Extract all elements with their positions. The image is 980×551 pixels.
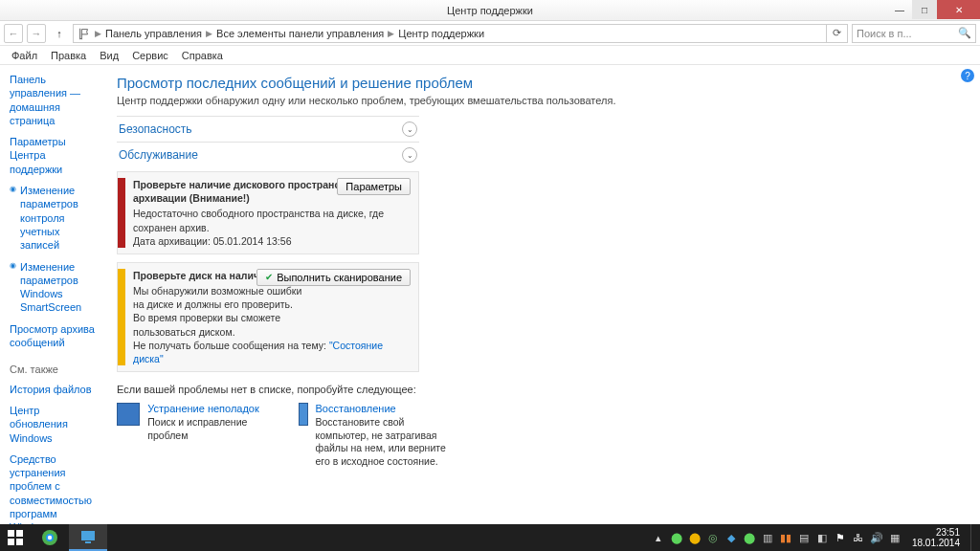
work-area: ? Панель управления — домашняя страница … — [0, 65, 980, 524]
window-title: Центр поддержки — [447, 5, 533, 16]
chevron-down-icon[interactable]: ⌄ — [402, 147, 417, 163]
system-tray: ▴ ⬤ ⬤ ◎ ◆ ⬤ ▥ ▮▮ ▤ ◧ ⚑ 🖧 🔊 ▦ 23:51 18.01… — [652, 524, 980, 551]
sidebar-archive-link[interactable]: Просмотр архива сообщений — [10, 322, 100, 350]
see-also-header: См. также — [10, 363, 100, 376]
menu-bar: Файл Правка Вид Сервис Справка — [0, 46, 980, 65]
troubleshoot-icon — [117, 403, 140, 426]
mute-message-row: Не получать больше сообщения на тему: "С… — [133, 339, 411, 365]
nav-forward-button[interactable]: → — [27, 24, 46, 43]
shield-icon: ✔ — [265, 272, 273, 282]
sidebar-windowsupdate-link[interactable]: Центр обновления Windows — [10, 404, 100, 445]
tray-up-icon[interactable]: ▴ — [652, 531, 665, 544]
nav-up-button[interactable]: ↑ — [50, 24, 69, 43]
try-following-text: Если вашей проблемы нет в списке, попроб… — [117, 384, 967, 395]
start-button[interactable] — [0, 524, 31, 551]
maximize-button[interactable]: □ — [912, 0, 937, 19]
taskbar-app-chrome[interactable] — [31, 524, 69, 551]
troubleshoot-desc: Поиск и исправление проблем — [147, 416, 270, 442]
tray-icon[interactable]: ▥ — [761, 531, 774, 544]
troubleshoot-tool: Устранение неполадок Поиск и исправление… — [117, 403, 270, 469]
window-controls: — □ ✕ — [887, 0, 980, 19]
svg-point-6 — [48, 536, 52, 540]
sidebar-params-link[interactable]: Параметры Центра поддержки — [10, 135, 100, 176]
page-title: Просмотр последних сообщений и решение п… — [117, 75, 967, 91]
page-subtitle: Центр поддержки обнаружил одну или неско… — [117, 95, 967, 106]
svg-rect-0 — [8, 530, 14, 537]
menu-view[interactable]: Вид — [94, 48, 124, 63]
menu-service[interactable]: Сервис — [126, 48, 174, 63]
menu-file[interactable]: Файл — [6, 48, 43, 63]
recovery-link[interactable]: Восстановление — [316, 403, 452, 414]
tray-icon[interactable]: ⬤ — [670, 531, 683, 544]
sidebar-compat-link[interactable]: Средство устранения проблем с совместимо… — [10, 452, 100, 535]
breadcrumb-item[interactable]: Все элементы панели управления — [216, 28, 384, 39]
taskbar: ▴ ⬤ ⬤ ◎ ◆ ⬤ ▥ ▮▮ ▤ ◧ ⚑ 🖧 🔊 ▦ 23:51 18.01… — [0, 524, 980, 551]
svg-rect-8 — [85, 541, 91, 543]
window-titlebar: Центр поддержки — □ ✕ — [0, 0, 980, 21]
message-line: Недостаточно свободного пространства на … — [133, 207, 411, 233]
sidebar-smartscreen-link[interactable]: Изменение параметров Windows SmartScreen — [10, 260, 100, 315]
address-bar-row: ← → ↑ ▶ Панель управления ▶ Все элементы… — [0, 21, 980, 46]
nav-back-button[interactable]: ← — [4, 24, 23, 43]
recovery-tool: Восстановление Восстановите свой компьют… — [299, 403, 452, 469]
svg-rect-2 — [8, 539, 14, 545]
show-desktop-button[interactable] — [970, 524, 978, 551]
svg-rect-7 — [81, 531, 95, 540]
refresh-button[interactable]: ⟳ — [827, 24, 848, 43]
tray-icon[interactable]: ▮▮ — [779, 531, 792, 544]
security-label: Безопасность — [119, 122, 192, 136]
svg-rect-1 — [16, 530, 23, 537]
tray-icon[interactable]: ⬤ — [688, 531, 702, 544]
tray-flag-icon[interactable]: ⚑ — [834, 531, 847, 544]
message-body: Мы обнаружили возможные ошибки на диске … — [133, 284, 411, 339]
tray-icon[interactable]: ▤ — [797, 531, 811, 544]
content-pane: Просмотр последних сообщений и решение п… — [105, 65, 980, 524]
troubleshoot-link[interactable]: Устранение неполадок — [147, 403, 270, 414]
taskbar-clock[interactable]: 23:51 18.01.2014 — [906, 527, 966, 548]
search-input[interactable]: Поиск в п... 🔍 — [852, 24, 976, 43]
recovery-icon — [299, 403, 308, 426]
see-also-section: См. также История файлов Центр обновлени… — [10, 357, 100, 541]
severity-bar-warning — [118, 269, 125, 365]
tray-volume-icon[interactable]: 🔊 — [870, 531, 883, 544]
tray-icon[interactable]: ◧ — [815, 531, 829, 544]
tray-network-icon[interactable]: 🖧 — [852, 531, 865, 544]
tools-row: Устранение неполадок Поиск и исправление… — [117, 403, 967, 469]
tray-icon[interactable]: ◆ — [724, 531, 738, 544]
search-placeholder: Поиск в п... — [857, 28, 912, 39]
parameters-button[interactable]: Параметры — [337, 178, 411, 195]
action-center-flag-icon — [78, 27, 91, 40]
message-card-backup-space: Проверьте наличие дискового пространства… — [117, 171, 419, 254]
security-section-header[interactable]: Безопасность ⌄ — [117, 116, 419, 142]
sidebar-uac-link[interactable]: Изменение параметров контроля учетных за… — [10, 184, 100, 252]
tray-icon[interactable]: ◎ — [706, 531, 720, 544]
chevron-right-icon: ▶ — [388, 29, 394, 38]
recovery-desc: Восстановите свой компьютер, не затрагив… — [316, 416, 452, 469]
tray-icon[interactable]: ▦ — [888, 531, 902, 544]
sidebar: Панель управления — домашняя страница Па… — [0, 65, 105, 524]
minimize-button[interactable]: — — [887, 0, 912, 19]
breadcrumb-bar[interactable]: ▶ Панель управления ▶ Все элементы панел… — [73, 24, 827, 43]
maintenance-section-header[interactable]: Обслуживание ⌄ — [117, 142, 419, 167]
chevron-right-icon: ▶ — [95, 29, 101, 38]
menu-edit[interactable]: Правка — [45, 48, 92, 63]
message-card-disk-check: Проверьте диск на наличие ошибок Мы обна… — [117, 262, 419, 372]
search-icon: 🔍 — [958, 27, 971, 39]
close-button[interactable]: ✕ — [937, 0, 980, 19]
tray-icon[interactable]: ⬤ — [743, 531, 756, 544]
severity-bar-important — [118, 178, 125, 248]
breadcrumb-item[interactable]: Центр поддержки — [398, 28, 484, 39]
menu-help[interactable]: Справка — [176, 48, 229, 63]
taskbar-app-action-center[interactable] — [69, 524, 107, 551]
message-line: Дата архивации: 05.01.2014 13:56 — [133, 234, 411, 248]
chevron-right-icon: ▶ — [206, 29, 212, 38]
sidebar-filehistory-link[interactable]: История файлов — [10, 383, 100, 396]
breadcrumb-item[interactable]: Панель управления — [105, 28, 202, 39]
maintenance-label: Обслуживание — [119, 148, 198, 162]
sidebar-home-link[interactable]: Панель управления — домашняя страница — [10, 73, 100, 127]
chevron-down-icon[interactable]: ⌄ — [402, 121, 417, 137]
run-scan-button[interactable]: ✔Выполнить сканирование — [256, 269, 411, 286]
svg-rect-3 — [16, 539, 23, 545]
